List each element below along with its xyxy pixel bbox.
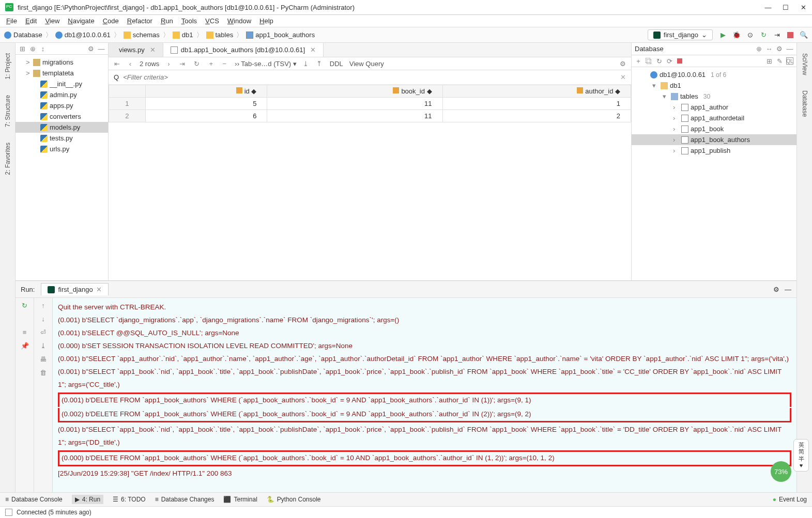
coverage-button[interactable]: ⊙ (746, 31, 754, 39)
ime-badge[interactable]: 英简半♥ (793, 439, 809, 472)
console-icon[interactable]: QL (786, 57, 793, 65)
menu-view[interactable]: View (45, 17, 59, 25)
bottom-tab[interactable]: ☰ 6: TODO (113, 496, 146, 503)
menu-tools[interactable]: Tools (181, 17, 197, 25)
sidebar-tab[interactable]: 1: Project (4, 53, 11, 80)
target-icon[interactable]: ⊕ (29, 45, 36, 52)
db-tree-node[interactable]: ▾db1 (632, 80, 796, 91)
scroll-icon[interactable]: ⤓ (39, 341, 48, 350)
filter-input[interactable] (123, 73, 616, 81)
table-view-icon[interactable]: ⊞ (765, 57, 773, 65)
close-icon[interactable]: ✕ (310, 46, 316, 54)
db-tree-node[interactable]: ›app1_book (632, 123, 796, 134)
pin-icon[interactable]: 📌 (21, 341, 29, 350)
run-config-selector[interactable]: first_django ⌄ (648, 29, 713, 40)
export-icon[interactable]: ⤒ (315, 59, 324, 68)
menu-help[interactable]: Help (259, 17, 273, 25)
sidebar-tab[interactable]: 2: Favorites (4, 143, 11, 175)
gear-icon[interactable]: ⚙ (619, 59, 627, 68)
sidebar-tab[interactable]: SciView (801, 53, 808, 75)
breadcrumb-item[interactable]: db1@10.0.0.61 (55, 31, 111, 39)
sidebar-tab[interactable]: Database (801, 90, 808, 117)
db-tree-node[interactable]: ›app1_publish (632, 145, 796, 156)
tree-node[interactable]: admin.py (16, 89, 108, 100)
prev-page-icon[interactable]: ‹ (126, 59, 134, 68)
menu-vcs[interactable]: VCS (205, 17, 219, 25)
breadcrumb-item[interactable]: schemas (124, 31, 160, 39)
down-icon[interactable]: ↓ (39, 315, 48, 323)
editor-tab[interactable]: db1.app1_book_authors [db1@10.0.0.61]✕ (163, 43, 324, 57)
minimize-panel-button[interactable]: — (98, 45, 105, 52)
stop-button[interactable] (787, 32, 793, 38)
menu-window[interactable]: Window (227, 17, 251, 25)
sync-icon[interactable]: ⟳ (666, 57, 673, 65)
bottom-tab[interactable]: ▶ 4: Run (72, 495, 103, 504)
editor-tab[interactable]: views.py✕ (109, 43, 163, 57)
reload-icon[interactable]: ↻ (192, 59, 201, 68)
menu-refactor[interactable]: Refactor (127, 17, 152, 25)
last-page-icon[interactable]: ⇥ (178, 59, 186, 68)
stop-icon[interactable] (677, 58, 682, 64)
trash-icon[interactable]: 🗑 (39, 368, 48, 376)
ddl-button[interactable]: DDL (330, 60, 343, 68)
menu-navigate[interactable]: Navigate (68, 17, 94, 25)
tree-node[interactable]: >migrations (16, 57, 108, 68)
table-row[interactable]: 26112 (109, 110, 631, 122)
gear-icon[interactable]: ⚙ (773, 286, 779, 293)
minimize-button[interactable]: — (764, 4, 772, 11)
duplicate-icon[interactable]: ⿻ (645, 57, 652, 65)
bottom-tab[interactable]: ≡ Database Console (5, 496, 63, 503)
db-tree-node[interactable]: ›app1_authordetail (632, 113, 796, 123)
target-icon[interactable]: ⊕ (755, 45, 762, 53)
tree-node[interactable]: __init__.py (16, 79, 108, 89)
status-icon[interactable] (5, 509, 12, 516)
event-log-button[interactable]: ● Event Log (773, 496, 807, 503)
add-row-icon[interactable]: + (207, 59, 215, 68)
close-icon[interactable]: ✕ (96, 286, 102, 293)
console-output[interactable]: Quit the server with CTRL-BREAK.(0.001) … (53, 298, 796, 492)
cell[interactable]: 11 (267, 98, 442, 110)
sidebar-tab[interactable]: 7: Structure (4, 95, 11, 127)
arrow-icon[interactable]: ↔ (765, 45, 773, 53)
collapse-icon[interactable]: ↕ (39, 45, 47, 52)
bottom-tab[interactable]: ≡ Database Changes (155, 496, 215, 503)
breadcrumb-item[interactable]: Database (4, 31, 42, 39)
column-header[interactable]: id ◆ (145, 85, 267, 98)
db-tree-node[interactable]: ›app1_book_authors (632, 134, 796, 145)
project-tree[interactable]: >migrations>templateta__init__.pyadmin.p… (16, 55, 108, 280)
gear-icon[interactable]: ⚙ (776, 45, 783, 53)
run-button[interactable]: ▶ (719, 31, 727, 39)
profile-button[interactable]: ↻ (759, 31, 768, 39)
tree-node[interactable]: urls.py (16, 144, 108, 154)
cell[interactable]: 1 (442, 98, 631, 110)
menu-file[interactable]: File (6, 17, 17, 25)
tx-mode-label[interactable]: ›› Tab-se…d (TSV) ▾ (235, 60, 296, 68)
breadcrumb-item[interactable]: app1_book_authors (246, 31, 315, 39)
layout-icon[interactable]: ≡ (21, 328, 29, 336)
column-header[interactable]: author_id ◆ (442, 85, 631, 98)
database-tree[interactable]: db1@10.0.0.611 of 6▾db1▾tables30›app1_au… (632, 67, 796, 280)
data-table[interactable]: id ◆book_id ◆author_id ◆ 1511126112 (109, 85, 631, 122)
debug-button[interactable]: 🐞 (732, 31, 741, 39)
cell[interactable]: 11 (267, 110, 442, 122)
import-icon[interactable]: ⤓ (302, 59, 310, 68)
tree-node[interactable]: models.py (16, 122, 108, 133)
table-row[interactable]: 15111 (109, 98, 631, 110)
up-icon[interactable]: ↑ (39, 301, 48, 309)
bottom-tab[interactable]: ⬛ Terminal (223, 496, 257, 503)
column-header[interactable]: book_id ◆ (267, 85, 442, 98)
clear-filter-icon[interactable]: ✕ (620, 73, 626, 81)
print-icon[interactable]: 🖶 (39, 355, 48, 363)
gear-icon[interactable]: ⚙ (87, 45, 95, 52)
cell[interactable]: 2 (442, 110, 631, 122)
view-query-button[interactable]: View Query (349, 60, 384, 68)
search-everywhere-button[interactable]: 🔍 (800, 31, 808, 39)
remove-row-icon[interactable]: − (220, 59, 228, 68)
refresh-icon[interactable]: ↻ (655, 57, 663, 65)
db-tree-node[interactable]: db1@10.0.0.611 of 6 (632, 69, 796, 80)
tree-node[interactable]: apps.py (16, 100, 108, 111)
minimize-panel-button[interactable]: — (785, 286, 791, 293)
db-tree-node[interactable]: ›app1_author (632, 102, 796, 113)
tree-node[interactable]: >templateta (16, 68, 108, 79)
run-tab[interactable]: first_django ✕ (41, 283, 108, 295)
